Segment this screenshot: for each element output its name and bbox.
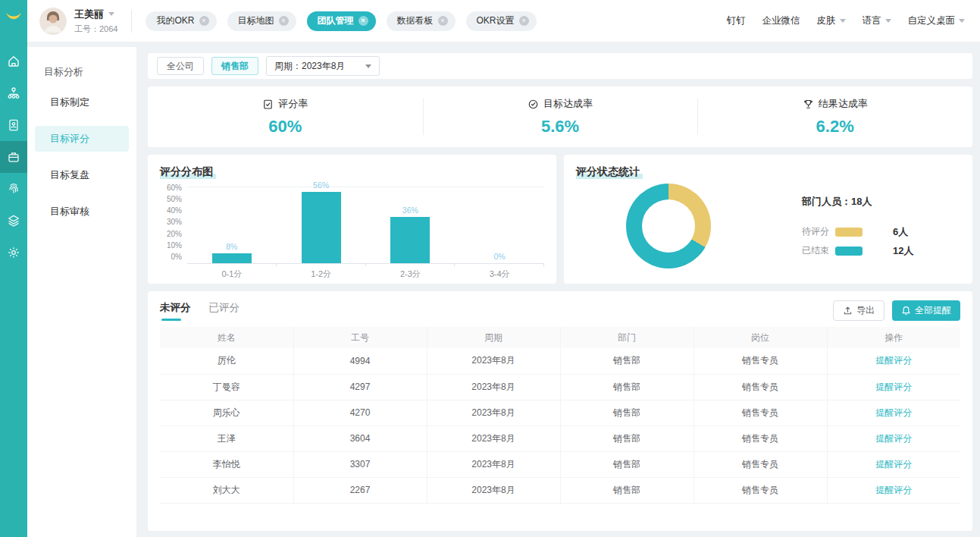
bar-chart-title: 评分分布图 [160,165,216,179]
rail-org-chart-icon[interactable] [0,77,27,109]
export-upload-icon [843,306,853,316]
tab-label: 数据看板 [397,14,434,27]
cell-name: 李怡悦 [160,451,293,477]
y-tick: 0% [171,253,182,261]
bar-value-label: 8% [226,242,237,251]
x-tick: 3-4分 [455,268,544,280]
dept-total-label: 部门人员：18人 [802,195,913,209]
period-select[interactable]: 周期：2023年8月 [266,56,380,76]
charts-row: 评分分布图 60% 50% 40% 30% 20% 10% 0% [148,155,972,284]
link-language[interactable]: 语言 [863,14,891,27]
link-dingtalk[interactable]: 钉钉 [727,14,746,27]
y-tick: 40% [167,206,182,215]
rail-document-user-icon[interactable] [0,109,27,141]
tab-label: 我的OKR [156,14,194,27]
chevron-down-icon [365,64,371,68]
col-department: 部门 [560,327,694,348]
link-label: 皮肤 [817,14,836,27]
user-avatar[interactable] [39,8,67,35]
cell-department: 销售部 [560,477,694,503]
close-icon[interactable] [199,16,209,26]
cell-period: 2023年8月 [427,400,560,426]
bar: 56% [302,192,341,263]
rail-fingerprint-icon[interactable] [0,173,27,205]
nav-item-goal-review[interactable]: 目标复盘 [35,162,129,188]
bell-icon [901,306,911,316]
legend-swatch [835,228,863,237]
logo-smile-icon[interactable] [0,0,27,33]
close-icon[interactable] [358,16,368,26]
cell-department: 销售部 [560,374,694,400]
nav-item-goal-setting[interactable]: 目标制定 [35,90,129,115]
link-custom-desktop[interactable]: 自定义桌面 [908,14,966,27]
close-icon[interactable] [438,16,448,26]
rail-home-icon[interactable] [0,46,27,77]
chevron-down-icon [885,19,891,23]
workspace-tabs: 我的OKR 目标地图 团队管理 数据看板 OKR设置 [146,11,536,31]
target-icon [528,99,539,110]
score-status-card: 评分状态统计 部门人员：18人 待评分 6人 [564,155,972,284]
remind-score-link[interactable]: 提醒评分 [875,382,912,392]
bar: 36% [390,217,430,263]
link-label: 语言 [863,14,881,27]
table-row: 厉伦 4994 2023年8月 销售部 销售专员 提醒评分 [160,348,960,374]
donut-chart-title: 评分状态统计 [576,165,643,179]
cell-name: 王泽 [160,426,293,451]
nav-section-title: 目标分析 [44,65,136,79]
bar-plot: 8% 56% 36% 0% [187,187,544,264]
tab-scored[interactable]: 已评分 [209,301,240,321]
table-row: 王泽 3604 2023年8月 销售部 销售专员 提醒评分 [160,426,960,451]
link-label: 企业微信 [762,14,800,27]
bar-chart: 60% 50% 40% 30% 20% 10% 0% 8% 56% [160,187,544,264]
export-button[interactable]: 导出 [833,300,885,321]
period-select-value: 周期：2023年8月 [274,60,345,73]
user-name: 王美丽 [74,8,104,21]
table-row: 丁曼容 4297 2023年8月 销售部 销售专员 提醒评分 [160,374,960,400]
cell-employee-id: 4994 [293,348,427,374]
legend-value: 12人 [893,244,913,258]
tab-goal-map[interactable]: 目标地图 [227,11,296,31]
col-action: 操作 [827,327,960,348]
cell-employee-id: 3604 [293,426,427,451]
close-icon[interactable] [519,16,529,26]
close-icon[interactable] [279,16,289,26]
rail-gear-icon[interactable] [0,237,27,268]
y-tick: 10% [167,241,182,250]
tab-okr-settings[interactable]: OKR设置 [466,11,537,31]
tab-team-manage[interactable]: 团队管理 [307,11,376,31]
remind-score-link[interactable]: 提醒评分 [875,355,912,366]
stat-label-text: 评分率 [278,97,308,111]
x-tick: 0-1分 [187,268,277,280]
donut-wrap: 部门人员：18人 待评分 6人 已结束 [576,184,960,268]
remind-score-link[interactable]: 提醒评分 [875,407,912,418]
rail-briefcase-icon[interactable] [0,141,27,173]
col-period: 周期 [427,327,560,348]
cell-position: 销售专员 [694,374,827,400]
remind-all-button[interactable]: 全部提醒 [892,300,960,321]
divider [131,10,132,33]
link-label: 自定义桌面 [908,14,956,27]
scope-sales-dept-button[interactable]: 销售部 [211,57,258,75]
legend-name: 已结束 [802,244,835,257]
cell-period: 2023年8月 [427,374,560,400]
remind-score-link[interactable]: 提醒评分 [875,433,912,444]
link-wecom[interactable]: 企业微信 [762,14,800,27]
link-skin[interactable]: 皮肤 [817,14,846,27]
user-menu[interactable]: 王美丽 工号：2064 [74,8,117,35]
nav-item-goal-scoring[interactable]: 目标评分 [35,126,129,152]
nav-item-goal-audit[interactable]: 目标审核 [35,199,129,225]
rail-layers-icon[interactable] [0,205,27,237]
score-distribution-card: 评分分布图 60% 50% 40% 30% 20% 10% 0% [148,155,556,284]
cell-name: 周乐心 [160,400,293,426]
donut-chart [626,184,711,268]
table-header-bar: 未评分 已评分 导出 全部提醒 [160,300,960,321]
remind-score-link[interactable]: 提醒评分 [875,459,912,469]
tab-my-okr[interactable]: 我的OKR [146,11,216,31]
tab-unscored[interactable]: 未评分 [160,301,191,321]
cell-position: 销售专员 [694,348,827,374]
scope-all-button[interactable]: 全公司 [157,57,204,75]
bar-value-label: 56% [313,181,329,190]
cell-position: 销售专员 [694,400,827,426]
tab-dashboard[interactable]: 数据看板 [387,11,456,31]
remind-score-link[interactable]: 提醒评分 [875,485,912,495]
